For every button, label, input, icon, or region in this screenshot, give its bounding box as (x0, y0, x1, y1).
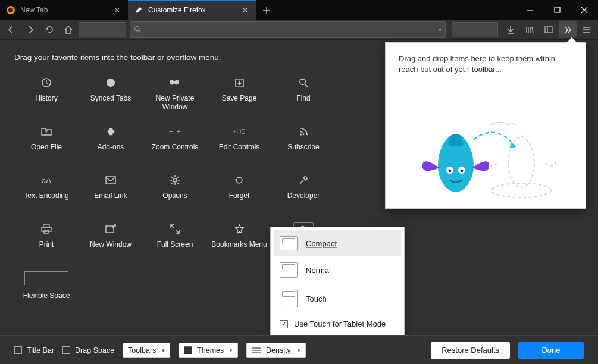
toolbars-dropdown[interactable]: Toolbars ▾ (123, 343, 170, 358)
checkbox-icon (14, 346, 22, 354)
dropdown-label: Themes (197, 346, 224, 354)
url-bar[interactable]: ▾ (130, 21, 446, 38)
overflow-illustration (386, 113, 586, 202)
nav-placeholder-box-2[interactable] (452, 22, 498, 37)
window-maximize[interactable] (543, 0, 571, 20)
new-tab-button[interactable] (256, 0, 277, 20)
palette-item-synced-tabs[interactable]: Synced Tabs (79, 73, 143, 119)
svg-point-23 (461, 170, 464, 172)
overflow-drop-panel[interactable]: Drag and drop items here to keep them wi… (385, 42, 586, 209)
envelope-icon (104, 174, 117, 187)
palette-label: Bookmarks Menu (211, 240, 267, 249)
puzzle-icon (104, 125, 117, 138)
palette-item-fullscreen[interactable]: Full Screen (143, 219, 207, 265)
nav-placeholder-box[interactable] (79, 22, 126, 37)
palette-item-flexible-space[interactable]: Flexible Space (14, 268, 79, 300)
title-bar-checkbox[interactable]: Title Bar (14, 346, 54, 354)
history-icon (40, 76, 53, 89)
sidebar-button[interactable] (540, 21, 558, 38)
fullscreen-icon (168, 222, 181, 236)
palette-item-subscribe[interactable]: Subscribe (271, 121, 336, 168)
svg-text:aA: aA (42, 176, 51, 185)
app-menu-button[interactable] (578, 21, 596, 38)
palette-item-text-encoding[interactable]: aAText Encoding (14, 170, 79, 216)
done-button[interactable]: Done (518, 342, 584, 359)
tab-new-tab[interactable]: New Tab × (0, 0, 128, 20)
density-thumb-normal (280, 262, 298, 278)
gear-icon (168, 174, 181, 187)
palette-item-open-file[interactable]: Open File (14, 121, 79, 168)
density-option-touch[interactable]: Touch (274, 284, 401, 313)
window-minimize[interactable] (516, 0, 543, 20)
home-button[interactable] (60, 21, 77, 38)
library-button[interactable] (521, 21, 538, 38)
palette-item-edit[interactable]: Edit Controls (207, 121, 271, 168)
palette-label: Subscribe (287, 143, 319, 152)
forget-icon (233, 174, 246, 187)
palette-item-email-link[interactable]: Email Link (79, 170, 143, 216)
palette-label: Print (39, 240, 54, 249)
checkbox-icon (62, 346, 70, 354)
theme-swatch-icon (184, 346, 192, 354)
back-button[interactable] (2, 21, 20, 38)
window-close[interactable] (571, 0, 598, 20)
save-icon (233, 76, 246, 89)
close-icon[interactable]: × (112, 5, 122, 15)
restore-defaults-button[interactable]: Restore Defaults (431, 342, 510, 359)
palette-item-developer[interactable]: Developer (271, 170, 336, 216)
drag-space-checkbox[interactable]: Drag Space (62, 346, 114, 354)
zoom-controls-icon (168, 125, 181, 138)
palette-item-save-page[interactable]: Save Page (207, 73, 271, 119)
tab-customize[interactable]: Customize Firefox × (128, 0, 256, 20)
paintbrush-icon (134, 5, 143, 15)
palette-label: Full Screen (157, 240, 193, 249)
density-thumb-touch (280, 290, 298, 307)
palette-item-addons[interactable]: Add-ons (79, 121, 143, 168)
palette-item-options[interactable]: Options (143, 170, 207, 216)
palette-label: Zoom Controls (152, 143, 199, 152)
tab-title: New Tab (20, 6, 108, 14)
palette-item-private-window[interactable]: New Private Window (143, 73, 207, 119)
palette-item-zoom[interactable]: Zoom Controls (143, 121, 207, 168)
palette-item-bookmarks-menu[interactable]: Bookmarks Menu (207, 219, 271, 265)
firefox-icon (6, 5, 15, 15)
search-icon (134, 26, 142, 33)
palette-item-forget[interactable]: Forget (207, 170, 271, 216)
folder-up-icon (40, 125, 53, 138)
chevron-down-icon[interactable]: ▾ (439, 26, 442, 33)
tab-title: Customize Firefox (148, 6, 236, 14)
palette-item-history[interactable]: History (14, 73, 79, 119)
svg-point-3 (135, 27, 139, 31)
dropdown-label: Toolbars (128, 346, 156, 354)
palette-item-new-window[interactable]: New Window (79, 219, 143, 265)
star-icon (233, 222, 246, 236)
palette-label: Open File (31, 143, 62, 152)
themes-dropdown[interactable]: Themes ▾ (179, 343, 238, 358)
palette-label: Email Link (94, 192, 127, 200)
palette-label: Options (162, 192, 187, 200)
customize-footer: Title Bar Drag Space Toolbars ▾ Themes ▾… (0, 335, 598, 364)
forward-button[interactable] (21, 21, 39, 38)
svg-rect-4 (545, 27, 552, 33)
svg-rect-8 (237, 130, 241, 133)
palette-item-find[interactable]: Find (271, 73, 336, 119)
svg-point-10 (300, 133, 302, 135)
character-icon: aA (40, 174, 53, 187)
density-tablet-mode-check[interactable]: ✓ Use Touch for Tablet Mode (274, 313, 401, 332)
chevron-down-icon: ▾ (230, 347, 233, 353)
titlebar-drag-area[interactable] (277, 0, 516, 20)
density-option-compact[interactable]: Compact (274, 230, 401, 256)
palette-item-print[interactable]: Print (14, 219, 79, 265)
search-icon (297, 76, 310, 89)
density-option-normal[interactable]: Normal (274, 256, 401, 284)
checkbox-checked-icon: ✓ (280, 320, 288, 328)
svg-rect-12 (106, 177, 115, 184)
reload-button[interactable] (40, 21, 58, 38)
chevron-down-icon: ▾ (162, 347, 165, 353)
close-icon[interactable]: × (240, 5, 250, 15)
downloads-button[interactable] (502, 21, 519, 38)
overflow-instructions: Drag and drop items here to keep them wi… (399, 54, 572, 74)
overflow-menu-button[interactable] (559, 21, 577, 38)
density-dropdown[interactable]: Density ▾ (246, 343, 306, 358)
svg-point-22 (449, 170, 452, 172)
